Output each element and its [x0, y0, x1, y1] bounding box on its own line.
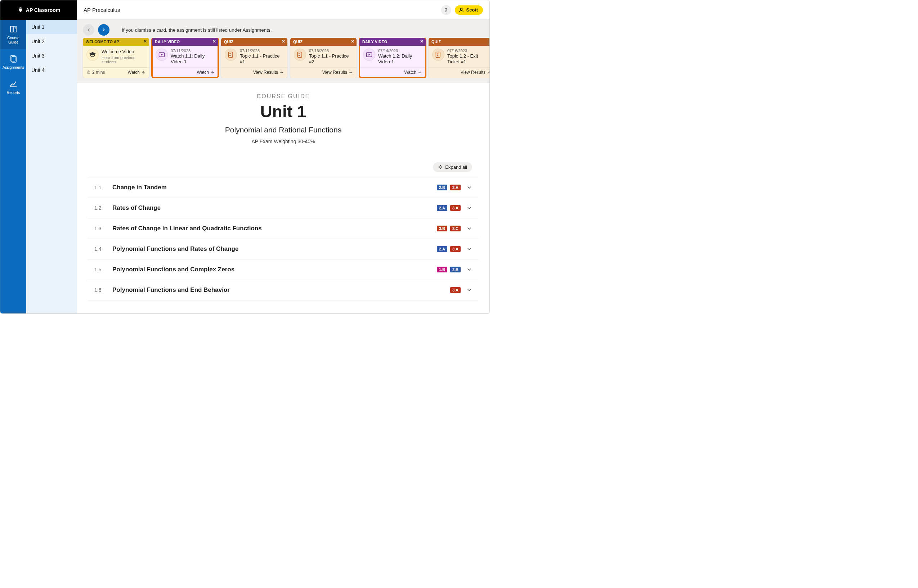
skill-tag: 3.B: [437, 226, 447, 231]
unit-sidebar: Unit 1Unit 2Unit 3Unit 4: [26, 20, 77, 313]
help-button[interactable]: ?: [441, 5, 451, 15]
card-action-button[interactable]: View Results: [322, 70, 353, 75]
card-action-button[interactable]: View Results: [253, 70, 284, 75]
carousel-next-button[interactable]: [98, 24, 110, 36]
course-header: COURSE GUIDE Unit 1 Polynomial and Ratio…: [77, 83, 489, 148]
topic-number: 1.5: [94, 267, 112, 272]
topic-row[interactable]: 1.1 Change in Tandem 2.B3.A: [88, 177, 479, 198]
topic-row[interactable]: 1.5 Polynomial Functions and Complex Zer…: [88, 260, 479, 280]
unit-nav-item[interactable]: Unit 4: [26, 63, 77, 78]
card-title: Watch 1.2: Daily Video 1: [378, 53, 422, 65]
assignment-card[interactable]: QUIZ ✕ 07/11/2023 Topic 1.1 - Practice #…: [221, 38, 287, 78]
user-icon: [458, 7, 464, 13]
card-header: QUIZ ✕: [290, 38, 356, 46]
chevron-down-icon: [466, 287, 472, 293]
brand-text: AP Classroom: [26, 7, 60, 13]
dismiss-card-button[interactable]: ✕: [282, 39, 285, 44]
course-title: AP Precalculus: [84, 7, 120, 13]
card-body: 07/16/2023 Topic 1.2 - Exit Ticket #1: [429, 46, 489, 67]
topic-title: Polynomial Functions and Rates of Change: [112, 246, 437, 253]
chevron-right-icon: [101, 27, 106, 32]
topic-title: Polynomial Functions and End Behavior: [112, 286, 450, 294]
unit-nav-item[interactable]: Unit 1: [26, 20, 77, 34]
rail-item-course-guide[interactable]: Course Guide: [0, 20, 26, 49]
card-action-button[interactable]: Watch: [197, 70, 215, 75]
assignment-card[interactable]: WELCOME TO AP ✕ Welcome Video Hear from …: [83, 38, 149, 78]
topic-row[interactable]: 1.3 Rates of Change in Linear and Quadra…: [88, 218, 479, 239]
topic-row[interactable]: 1.6 Polynomial Functions and End Behavio…: [88, 280, 479, 300]
card-date: 07/14/2023: [378, 48, 422, 53]
carousel-hint: If you dismiss a card, the assignment is…: [122, 27, 272, 33]
reports-icon: [9, 79, 18, 89]
brand-logo: AP Classroom: [0, 0, 77, 20]
rail-item-label: Reports: [7, 90, 20, 95]
expand-all-label: Expand all: [445, 165, 467, 170]
dismiss-card-button[interactable]: ✕: [351, 39, 355, 44]
expand-all-button[interactable]: Expand all: [433, 162, 472, 172]
card-type-label: QUIZ: [224, 40, 233, 44]
unit-nav-item[interactable]: Unit 2: [26, 34, 77, 48]
card-body: 07/11/2023 Watch 1.1: Daily Video 1: [152, 46, 218, 67]
card-type-label: DAILY VIDEO: [155, 40, 180, 44]
chevron-down-icon: [466, 226, 472, 231]
dismiss-card-button[interactable]: ✕: [143, 39, 147, 44]
checklist-icon: [296, 51, 304, 58]
unit-nav-item[interactable]: Unit 3: [26, 48, 77, 63]
graduation-cap-icon: [89, 51, 97, 59]
chevron-left-icon: [86, 27, 91, 32]
skill-tag: 3.A: [450, 287, 461, 293]
rail-item-label: Assignments: [3, 65, 24, 69]
card-body: 07/13/2023 Topic 1.1 - Practice #2: [290, 46, 356, 67]
topic-title: Rates of Change: [112, 204, 437, 212]
checklist-icon: [435, 51, 442, 58]
skill-tag: 3.C: [450, 226, 461, 231]
topic-number: 1.3: [94, 226, 112, 231]
card-type-icon: [294, 48, 306, 61]
rail-item-reports[interactable]: Reports: [0, 74, 26, 100]
card-type-label: QUIZ: [431, 40, 441, 44]
card-duration: 2 mins: [86, 70, 105, 75]
assignment-carousel: If you dismiss a card, the assignment is…: [77, 20, 489, 83]
card-footer: View Results: [290, 67, 356, 78]
chevron-down-icon: [466, 246, 472, 252]
topic-number: 1.4: [94, 246, 112, 252]
skill-tag: 3.A: [450, 184, 461, 191]
assignment-card[interactable]: QUIZ ✕ 07/13/2023 Topic 1.1 - Practice #…: [290, 38, 356, 78]
card-footer: Watch: [152, 67, 218, 78]
card-type-label: DAILY VIDEO: [362, 40, 387, 44]
play-video-icon: [158, 51, 165, 58]
dismiss-card-button[interactable]: ✕: [420, 39, 424, 44]
acorn-icon: [17, 7, 24, 13]
play-video-icon: [366, 51, 373, 58]
card-action-button[interactable]: Watch: [128, 70, 146, 75]
skill-tag: 2.A: [437, 205, 447, 211]
rail-item-assignments[interactable]: Assignments: [0, 49, 26, 74]
dismiss-card-button[interactable]: ✕: [489, 39, 489, 44]
expand-icon: [438, 165, 443, 170]
skill-tag: 3.A: [450, 246, 461, 252]
card-type-icon: [363, 48, 375, 61]
user-menu[interactable]: Scott: [455, 5, 483, 15]
arrow-right-icon: [141, 70, 146, 74]
card-date: 07/16/2023: [447, 48, 489, 53]
assignment-card[interactable]: QUIZ ✕ 07/16/2023 Topic 1.2 - Exit Ticke…: [429, 38, 489, 78]
user-name: Scott: [466, 7, 478, 13]
topic-number: 1.6: [94, 287, 112, 293]
card-header: QUIZ ✕: [221, 38, 287, 46]
svg-rect-7: [298, 52, 302, 58]
assignment-card[interactable]: DAILY VIDEO ✕ 07/11/2023 Watch 1.1: Dail…: [152, 38, 218, 78]
chevron-down-icon: [466, 267, 472, 272]
topic-tags: 2.B3.A: [437, 184, 461, 191]
card-action-button[interactable]: Watch: [404, 70, 422, 75]
carousel-prev-button[interactable]: [83, 24, 94, 36]
card-footer: Watch: [359, 67, 426, 78]
topic-title: Rates of Change in Linear and Quadratic …: [112, 225, 437, 232]
card-header: WELCOME TO AP ✕: [83, 38, 149, 46]
topic-row[interactable]: 1.4 Polynomial Functions and Rates of Ch…: [88, 239, 479, 260]
card-body: 07/11/2023 Topic 1.1 - Practice #1: [221, 46, 287, 67]
topic-row[interactable]: 1.2 Rates of Change 2.A3.A: [88, 198, 479, 218]
dismiss-card-button[interactable]: ✕: [212, 39, 216, 44]
card-title: Welcome Video: [102, 49, 146, 55]
card-action-button[interactable]: View Results: [461, 70, 489, 75]
assignment-card[interactable]: DAILY VIDEO ✕ 07/14/2023 Watch 1.2: Dail…: [359, 38, 426, 78]
